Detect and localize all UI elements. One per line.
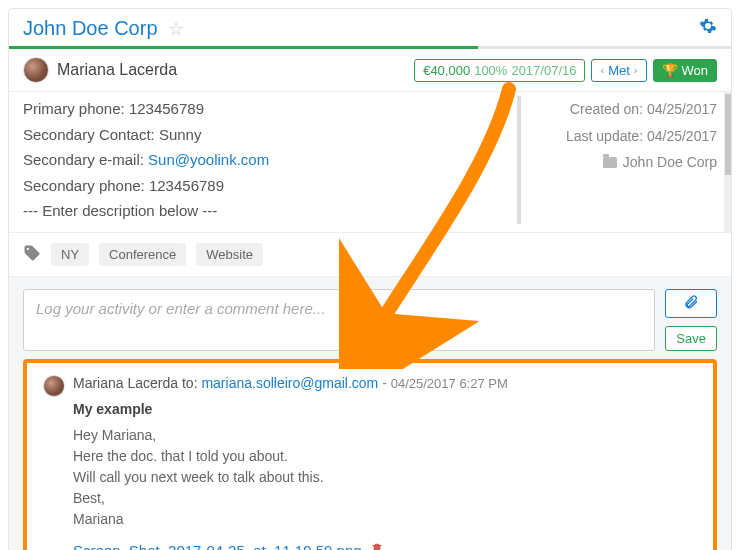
lead-card: John Doe Corp ☆ Mariana Lacerda €40,000 … bbox=[8, 8, 732, 550]
won-label: Won bbox=[682, 63, 709, 78]
folder-name: John Doe Corp bbox=[623, 149, 717, 176]
badges: €40,000 100% 2017/07/16 ‹ Met › 🏆 Won bbox=[414, 59, 717, 82]
desc-sec-contact-label: Secondary Contact: bbox=[23, 126, 155, 143]
avatar bbox=[43, 375, 65, 397]
comment-input[interactable]: Log your activity or enter a comment her… bbox=[23, 289, 655, 351]
folder-icon bbox=[603, 157, 617, 168]
owner-name: Mariana Lacerda bbox=[57, 61, 177, 79]
progress-line bbox=[9, 46, 731, 49]
amount-badge[interactable]: €40,000 100% 2017/07/16 bbox=[414, 59, 585, 82]
desc-sec-email-link[interactable]: Sun@yoolink.com bbox=[148, 151, 269, 168]
email-to-word: to: bbox=[182, 375, 198, 391]
email-to-address[interactable]: mariana.solleiro@gmail.com bbox=[201, 375, 378, 391]
paperclip-icon bbox=[683, 298, 699, 313]
lead-title[interactable]: John Doe Corp bbox=[23, 17, 158, 40]
folder-row[interactable]: John Doe Corp bbox=[531, 149, 717, 176]
progress-fill bbox=[9, 46, 478, 49]
chevron-left-icon[interactable]: ‹ bbox=[600, 64, 604, 76]
card-header: John Doe Corp ☆ bbox=[9, 9, 731, 46]
email-meta: Mariana Lacerda to: mariana.solleiro@gma… bbox=[73, 375, 508, 391]
star-icon[interactable]: ☆ bbox=[168, 18, 184, 40]
email-subject: My example bbox=[73, 401, 697, 417]
trophy-icon: 🏆 bbox=[662, 63, 678, 78]
scroll-thumb[interactable] bbox=[725, 94, 731, 175]
description: Primary phone: 123456789 Secondary Conta… bbox=[23, 96, 499, 224]
save-button[interactable]: Save bbox=[665, 326, 717, 351]
desc-sec-email-label: Secondary e-mail: bbox=[23, 151, 144, 168]
email-body-line: Mariana bbox=[73, 509, 697, 530]
body: Primary phone: 123456789 Secondary Conta… bbox=[9, 92, 731, 232]
meta-sidebar: Created on: 04/25/2017 Last update: 04/2… bbox=[517, 96, 717, 224]
desc-sec-phone-label: Secondary phone: bbox=[23, 177, 145, 194]
email-body-line: Will call you next week to talk about th… bbox=[73, 467, 697, 488]
chevron-right-icon[interactable]: › bbox=[634, 64, 638, 76]
email-from: Mariana Lacerda bbox=[73, 375, 178, 391]
desc-placeholder: --- Enter description below --- bbox=[23, 198, 499, 224]
amount-pct: 100% bbox=[474, 63, 507, 78]
created-value: 04/25/2017 bbox=[647, 101, 717, 117]
trash-icon[interactable] bbox=[370, 542, 384, 551]
desc-primary-phone-value: 123456789 bbox=[129, 100, 204, 117]
updated-label: Last update: bbox=[566, 128, 643, 144]
email-body: Hey Mariana, Here the doc. that I told y… bbox=[73, 425, 697, 530]
tag[interactable]: Website bbox=[196, 243, 263, 266]
step-badge[interactable]: ‹ Met › bbox=[591, 59, 646, 82]
desc-sec-contact-value: Sunny bbox=[159, 126, 202, 143]
desc-primary-phone-label: Primary phone: bbox=[23, 100, 125, 117]
step-label: Met bbox=[608, 63, 630, 78]
scrollbar[interactable] bbox=[724, 92, 731, 232]
updated-value: 04/25/2017 bbox=[647, 128, 717, 144]
amount-date: 2017/07/16 bbox=[511, 63, 576, 78]
won-badge[interactable]: 🏆 Won bbox=[653, 59, 718, 82]
tag[interactable]: Conference bbox=[99, 243, 186, 266]
gear-icon[interactable] bbox=[699, 17, 717, 40]
comment-panel: Log your activity or enter a comment her… bbox=[9, 276, 731, 551]
email-body-line: Best, bbox=[73, 488, 697, 509]
dash: - bbox=[382, 375, 391, 391]
comment-placeholder: Log your activity or enter a comment her… bbox=[36, 300, 325, 317]
desc-sec-phone-value: 123456789 bbox=[149, 177, 224, 194]
email-body-line: Hey Mariana, bbox=[73, 425, 697, 446]
email-body-line: Here the doc. that I told you about. bbox=[73, 446, 697, 467]
subheader: Mariana Lacerda €40,000 100% 2017/07/16 … bbox=[9, 49, 731, 92]
tags-row: NY Conference Website bbox=[9, 233, 731, 276]
avatar bbox=[23, 57, 49, 83]
email-timestamp: 04/25/2017 6:27 PM bbox=[391, 376, 508, 391]
attach-button[interactable] bbox=[665, 289, 717, 318]
tag[interactable]: NY bbox=[51, 243, 89, 266]
attachment-link[interactable]: Screen_Shot_2017-04-25_at_11.19.59.png bbox=[73, 542, 362, 551]
owner[interactable]: Mariana Lacerda bbox=[23, 57, 177, 83]
created-label: Created on: bbox=[570, 101, 643, 117]
amount-value: €40,000 bbox=[423, 63, 470, 78]
tags-icon[interactable] bbox=[23, 244, 41, 265]
email-card: Mariana Lacerda to: mariana.solleiro@gma… bbox=[23, 359, 717, 551]
